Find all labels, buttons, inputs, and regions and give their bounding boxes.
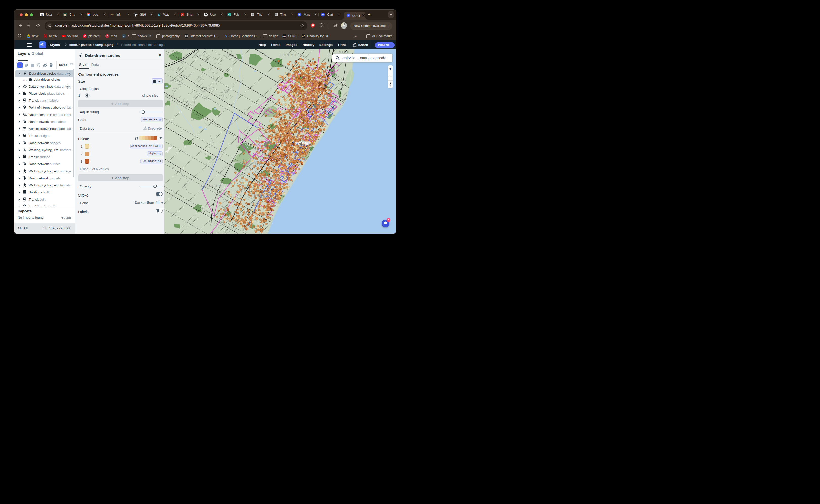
svg-text:F: F <box>228 14 229 16</box>
svg-text:S: S <box>158 13 160 16</box>
svg-text:D2L: D2L <box>282 35 286 37</box>
svg-text:ORCHARD: ORCHARD <box>201 184 222 188</box>
svg-text:Oakville: Oakville <box>295 141 311 146</box>
svg-text:BRONTE: BRONTE <box>254 194 272 198</box>
svg-text:S: S <box>225 34 227 38</box>
svg-text:CLARKSON: CLARKSON <box>320 78 344 82</box>
svg-text:N: N <box>41 13 43 16</box>
svg-text:A: A <box>181 13 183 16</box>
svg-text:ERIN MILLS: ERIN MILLS <box>280 53 302 57</box>
